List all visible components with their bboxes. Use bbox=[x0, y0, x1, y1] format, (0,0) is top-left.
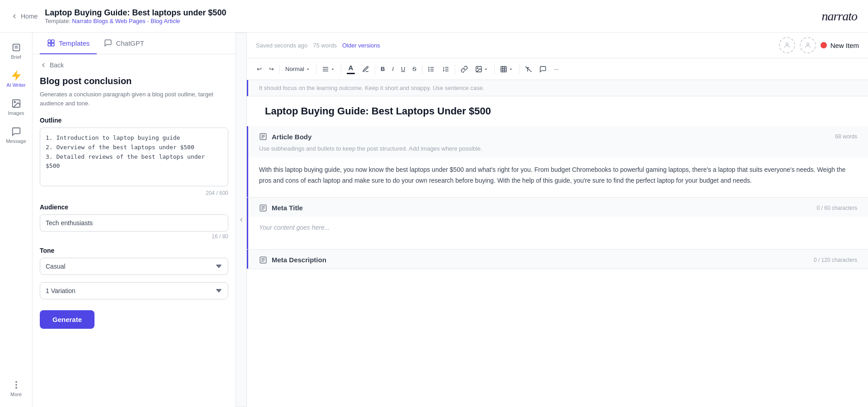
tab-templates[interactable]: Templates bbox=[40, 33, 97, 54]
red-dot-indicator bbox=[821, 42, 827, 48]
svg-rect-12 bbox=[52, 43, 54, 46]
toolbar-divider-7 bbox=[494, 65, 495, 74]
undo-button[interactable]: ↩ bbox=[254, 64, 264, 74]
numbered-list-button[interactable] bbox=[439, 64, 452, 75]
svg-point-6 bbox=[16, 382, 17, 383]
new-item-button[interactable]: New Item bbox=[821, 42, 859, 49]
toolbar-divider-6 bbox=[455, 65, 455, 74]
meta-description-name: Meta Description bbox=[272, 256, 326, 264]
tone-select[interactable]: Casual Formal Friendly Professional bbox=[40, 258, 228, 275]
more-options-button[interactable]: ··· bbox=[551, 64, 561, 74]
style-chevron-icon bbox=[305, 66, 311, 72]
audience-input[interactable] bbox=[40, 214, 228, 232]
underline-button[interactable]: U bbox=[398, 64, 408, 74]
share-avatar-button[interactable] bbox=[800, 37, 816, 53]
templates-icon bbox=[47, 39, 55, 47]
sidebar-item-ai-writer[interactable]: AI Writer bbox=[3, 66, 30, 92]
panel-content: Back Blog post conclusion Generates a co… bbox=[33, 54, 236, 407]
sidebar-item-images[interactable]: Images bbox=[3, 94, 30, 120]
meta-description-word-count: 0 / 120 characters bbox=[814, 257, 857, 263]
template-section-title: Blog post conclusion bbox=[40, 76, 228, 86]
svg-point-13 bbox=[786, 43, 788, 45]
chatgpt-icon bbox=[104, 39, 112, 47]
align-button[interactable] bbox=[319, 64, 338, 75]
clear-format-icon bbox=[525, 66, 532, 73]
meta-description-header: Meta Description 0 / 120 characters bbox=[248, 250, 868, 269]
highlight-button[interactable] bbox=[359, 64, 372, 75]
article-body-block: Article Body 68 words Use subheadings an… bbox=[247, 126, 868, 197]
image-button[interactable] bbox=[472, 64, 491, 75]
audience-field-group: Audience 16 / 80 bbox=[40, 204, 228, 240]
bold-button[interactable]: B bbox=[378, 64, 387, 74]
redo-button[interactable]: ↪ bbox=[266, 64, 277, 74]
generate-button[interactable]: Generate bbox=[40, 310, 94, 329]
image-icon bbox=[475, 66, 482, 73]
format-toolbar: ↩ ↪ Normal A B I U S bbox=[247, 58, 868, 80]
doc-title: Laptop Buying Guide: Best laptops under … bbox=[45, 8, 226, 18]
back-icon bbox=[40, 62, 47, 69]
meta-description-header-left: Meta Description bbox=[259, 256, 326, 264]
meta-title-name: Meta Title bbox=[272, 204, 303, 212]
italic-button[interactable]: I bbox=[389, 64, 396, 74]
template-link1[interactable]: Narrato Blogs & Web Pages bbox=[72, 18, 145, 24]
message-icon bbox=[11, 127, 21, 137]
older-versions-link[interactable]: Older versions bbox=[342, 42, 380, 49]
tab-chatgpt[interactable]: ChatGPT bbox=[97, 33, 151, 54]
toolbar-divider-8 bbox=[519, 65, 519, 74]
icon-sidebar: Brief AI Writer Images Message More bbox=[0, 33, 33, 407]
outline-textarea[interactable]: 1. Introduction to laptop buying guide 2… bbox=[40, 128, 228, 186]
article-body-header: Article Body 68 words bbox=[248, 126, 868, 145]
collapse-icon bbox=[238, 216, 245, 223]
saved-text: Saved seconds ago bbox=[256, 42, 307, 49]
clear-format-button[interactable] bbox=[522, 64, 535, 75]
bullet-list-button[interactable] bbox=[425, 64, 438, 75]
strikethrough-button[interactable]: S bbox=[410, 64, 419, 74]
blog-title[interactable]: Laptop Buying Guide: Best Laptops Under … bbox=[247, 96, 868, 126]
sidebar-item-message[interactable]: Message bbox=[3, 122, 30, 148]
home-link[interactable]: Home bbox=[11, 13, 38, 20]
user-avatar-button[interactable] bbox=[779, 37, 795, 53]
toolbar-divider-4 bbox=[375, 65, 375, 74]
share-icon bbox=[804, 42, 811, 49]
meta-title-section: Meta Title 0 / 60 characters Your conten… bbox=[247, 198, 868, 250]
article-body-word-count: 68 words bbox=[835, 133, 857, 140]
meta-title-icon bbox=[259, 204, 267, 212]
editor-content: It should focus on the learning outcome.… bbox=[247, 80, 868, 407]
svg-point-8 bbox=[16, 388, 17, 388]
svg-point-22 bbox=[429, 69, 429, 69]
table-button[interactable] bbox=[497, 64, 516, 75]
align-chevron-icon bbox=[330, 66, 335, 72]
variation-select[interactable]: 1 Variation 2 Variations 3 Variations bbox=[40, 282, 228, 299]
toolbar-divider-5 bbox=[422, 65, 422, 74]
article-body-text[interactable]: With this laptop buying guide, you now k… bbox=[248, 157, 868, 197]
meta-description-inner: Meta Description 0 / 120 characters bbox=[248, 250, 868, 269]
meta-title-header-left: Meta Title bbox=[259, 204, 303, 212]
audience-char-count: 16 / 80 bbox=[40, 233, 228, 240]
top-header: Home Laptop Buying Guide: Best laptops u… bbox=[0, 0, 868, 33]
sidebar-item-more[interactable]: More bbox=[3, 375, 30, 402]
style-dropdown[interactable]: Normal bbox=[283, 64, 313, 74]
color-bar bbox=[347, 73, 355, 74]
back-button[interactable]: Back bbox=[40, 62, 228, 69]
article-body-hint: Use subheadings and bullets to keep the … bbox=[248, 145, 868, 157]
title-hint-bar: It should focus on the learning outcome.… bbox=[247, 80, 868, 96]
collapse-panel-button[interactable] bbox=[236, 33, 247, 407]
svg-point-23 bbox=[429, 71, 429, 71]
images-icon bbox=[11, 99, 21, 109]
template-link2[interactable]: Blog Article bbox=[151, 18, 180, 24]
article-body-name: Article Body bbox=[272, 133, 311, 141]
editor-topbar: Saved seconds ago 75 words Older version… bbox=[247, 33, 868, 58]
svg-point-14 bbox=[807, 43, 809, 45]
sidebar-item-brief[interactable]: Brief bbox=[3, 38, 30, 64]
link-button[interactable] bbox=[458, 64, 471, 75]
template-section-desc: Generates a conclusion paragraph given a… bbox=[40, 90, 228, 108]
svg-point-28 bbox=[477, 67, 478, 68]
outline-char-count: 204 / 600 bbox=[40, 190, 228, 196]
panel-tabs: Templates ChatGPT bbox=[33, 33, 236, 54]
comment-button[interactable] bbox=[537, 64, 549, 75]
meta-title-placeholder[interactable]: Your content goes here... bbox=[248, 217, 868, 249]
numbered-list-icon bbox=[442, 66, 449, 73]
text-color-button[interactable]: A bbox=[344, 62, 358, 76]
meta-title-word-count: 0 / 60 characters bbox=[817, 205, 857, 211]
text-color-a: A bbox=[348, 64, 353, 71]
